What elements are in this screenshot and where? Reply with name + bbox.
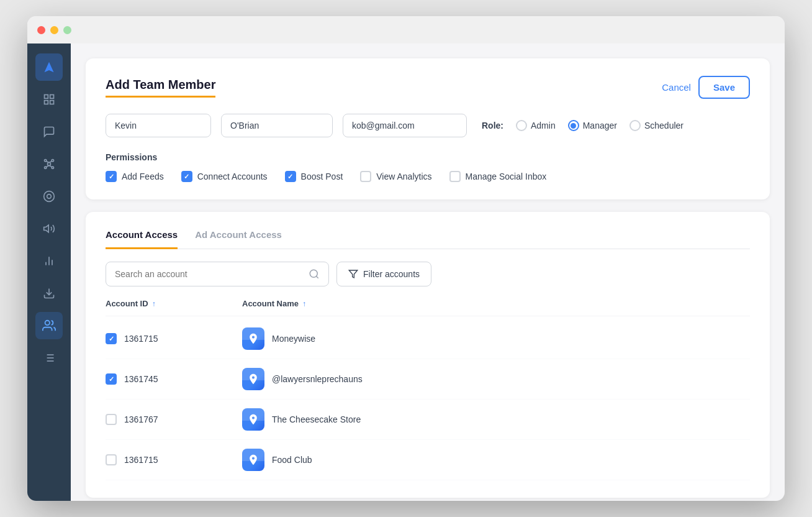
column-account-id[interactable]: Account ID ↑ <box>106 299 242 308</box>
tab-account-access[interactable]: Account Access <box>106 229 178 249</box>
search-box <box>106 262 329 286</box>
perm-boost-post[interactable]: Boost Post <box>285 171 343 182</box>
svg-point-4 <box>48 163 51 166</box>
svg-line-10 <box>47 162 49 163</box>
svg-point-20 <box>45 321 50 325</box>
table-header: Account ID ↑ Account Name ↑ <box>106 299 750 316</box>
filter-label: Filter accounts <box>363 269 420 279</box>
svg-rect-0 <box>45 95 48 99</box>
row-name-1: Moneywise <box>242 327 750 350</box>
row-name-2: @lawyersnleprechauns <box>242 368 750 390</box>
filter-icon <box>348 269 358 279</box>
svg-point-8 <box>52 167 53 168</box>
row-id-3: 1361767 <box>106 414 242 425</box>
sidebar-item-network[interactable] <box>35 150 63 178</box>
filter-button[interactable]: Filter accounts <box>336 262 431 286</box>
gmb-icon-4 <box>242 449 264 471</box>
sidebar-item-support[interactable] <box>35 183 63 210</box>
row-name-3: The Cheesecake Store <box>242 408 750 431</box>
cancel-button[interactable]: Cancel <box>662 82 691 93</box>
perm-add-feeds[interactable]: Add Feeds <box>106 171 164 182</box>
titlebar <box>27 16 785 43</box>
tab-ad-account-access[interactable]: Ad Account Access <box>195 229 282 249</box>
sidebar <box>27 43 71 501</box>
sidebar-item-chat[interactable] <box>35 118 63 145</box>
permissions-label: Permissions <box>106 152 750 162</box>
radio-scheduler[interactable] <box>629 120 641 131</box>
gmb-icon-1 <box>242 327 264 350</box>
svg-line-28 <box>316 276 318 278</box>
svg-point-27 <box>310 270 317 277</box>
sidebar-item-megaphone[interactable] <box>35 215 63 242</box>
email-input[interactable] <box>343 114 467 137</box>
table-row: 1361715 Food Club <box>106 440 750 480</box>
role-scheduler[interactable]: Scheduler <box>629 120 683 131</box>
perm-connect-accounts[interactable]: Connect Accounts <box>181 171 268 182</box>
checkbox-row-2[interactable] <box>106 373 117 385</box>
svg-line-9 <box>49 162 52 163</box>
card-title: Add Team Member <box>106 78 215 98</box>
checkbox-boost-post[interactable] <box>285 171 296 182</box>
search-filter-row: Filter accounts <box>106 262 750 286</box>
role-group: Role: Admin Manager Scheduler <box>482 120 683 131</box>
account-tabs: Account Access Ad Account Access <box>106 229 750 249</box>
search-input[interactable] <box>115 269 304 279</box>
svg-point-5 <box>52 160 53 162</box>
close-button[interactable] <box>37 26 45 34</box>
table-row: 1361767 The Cheesecake Store <box>106 400 750 440</box>
svg-rect-2 <box>45 101 48 104</box>
sort-name-icon: ↑ <box>302 300 306 308</box>
checkbox-view-analytics[interactable] <box>360 171 371 182</box>
svg-line-11 <box>49 166 52 167</box>
radio-manager[interactable] <box>568 120 579 131</box>
role-manager[interactable]: Manager <box>568 120 617 131</box>
sidebar-item-download[interactable] <box>35 280 63 307</box>
card-header: Add Team Member Cancel Save <box>106 76 750 99</box>
app-window: Add Team Member Cancel Save Role: Ad <box>27 16 785 501</box>
checkbox-manage-social-inbox[interactable] <box>449 171 461 182</box>
search-icon <box>309 268 320 280</box>
row-id-4: 1361715 <box>106 454 242 465</box>
gmb-icon-3 <box>242 408 264 431</box>
role-admin[interactable]: Admin <box>516 120 556 131</box>
column-account-name[interactable]: Account Name ↑ <box>242 299 750 308</box>
role-label: Role: <box>482 121 503 130</box>
last-name-input[interactable] <box>221 114 333 137</box>
form-row: Role: Admin Manager Scheduler <box>106 114 750 137</box>
traffic-lights <box>37 26 71 34</box>
checkbox-row-3[interactable] <box>106 414 117 425</box>
svg-rect-3 <box>50 101 54 104</box>
svg-point-6 <box>45 160 47 162</box>
row-name-4: Food Club <box>242 449 750 471</box>
checkbox-row-1[interactable] <box>106 333 117 344</box>
save-button[interactable]: Save <box>698 76 750 99</box>
sidebar-item-analytics[interactable] <box>35 247 63 275</box>
gmb-icon-2 <box>242 368 264 390</box>
perm-view-analytics[interactable]: View Analytics <box>360 171 431 182</box>
page-area: Add Team Member Cancel Save Role: Ad <box>71 43 785 501</box>
checkbox-row-4[interactable] <box>106 454 117 465</box>
permissions-row: Add Feeds Connect Accounts Boost Post <box>106 171 750 182</box>
perm-manage-social-inbox[interactable]: Manage Social Inbox <box>449 171 547 182</box>
svg-point-7 <box>45 167 47 168</box>
row-id-1: 1361715 <box>106 333 242 344</box>
row-id-2: 1361745 <box>106 373 242 385</box>
radio-admin[interactable] <box>516 120 527 131</box>
main-content: Add Team Member Cancel Save Role: Ad <box>27 43 785 501</box>
sidebar-item-list[interactable] <box>35 344 63 372</box>
sort-id-icon: ↑ <box>152 300 156 308</box>
sidebar-item-grid[interactable] <box>35 86 63 113</box>
sidebar-item-navigate[interactable] <box>35 53 63 81</box>
header-actions: Cancel Save <box>662 76 750 99</box>
fullscreen-button[interactable] <box>63 26 71 34</box>
sidebar-item-team[interactable] <box>35 312 63 339</box>
permissions-section: Permissions Add Feeds Connect Accounts <box>106 152 750 182</box>
account-access-card: Account Access Ad Account Access Filter … <box>86 212 770 498</box>
checkbox-add-feeds[interactable] <box>106 171 117 182</box>
add-team-member-card: Add Team Member Cancel Save Role: Ad <box>86 58 770 199</box>
svg-point-14 <box>47 194 52 199</box>
minimize-button[interactable] <box>50 26 58 34</box>
first-name-input[interactable] <box>106 114 211 137</box>
checkbox-connect-accounts[interactable] <box>181 171 192 182</box>
table-row: 1361745 @lawyersnleprechauns <box>106 359 750 400</box>
